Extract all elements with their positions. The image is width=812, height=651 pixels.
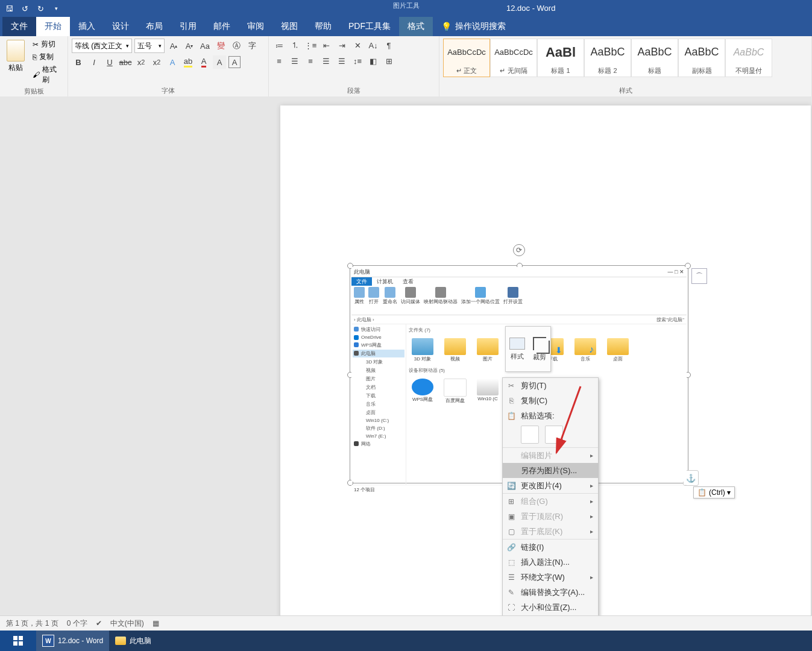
tab-pdf[interactable]: PDF工具集 bbox=[340, 17, 399, 36]
font-size-combo[interactable]: 五号▾ bbox=[134, 39, 165, 53]
highlight-button[interactable]: ab bbox=[181, 55, 195, 69]
char-border-button[interactable]: A bbox=[228, 56, 241, 68]
strikethrough-button[interactable]: abc bbox=[119, 55, 132, 69]
bold-button[interactable]: B bbox=[72, 55, 85, 69]
style-heading2[interactable]: AaBbC标题 2 bbox=[584, 39, 631, 77]
ctx-wrap-text[interactable]: ☰环绕文字(W)▸ bbox=[503, 570, 598, 585]
change-case-button[interactable]: Aa bbox=[198, 39, 212, 52]
paste-option-1[interactable] bbox=[521, 426, 539, 444]
mini-style-button[interactable]: 样式 bbox=[506, 327, 528, 371]
bullets-button[interactable]: ≔ bbox=[272, 39, 286, 52]
multilevel-list-button[interactable]: ⋮≡ bbox=[304, 39, 317, 52]
ctx-size-pos[interactable]: ⛶大小和位置(Z)... bbox=[503, 600, 598, 615]
sort-button[interactable]: A↓ bbox=[367, 39, 380, 52]
paste-option-2[interactable] bbox=[545, 426, 563, 444]
status-language[interactable]: 中文(中国) bbox=[110, 618, 144, 629]
group-paragraph: ≔ ⒈ ⋮≡ ⇤ ⇥ ✕ A↓ ¶ ≡ ☰ ≡ ☰ ☰ ↕≡ ◧ ⊞ 段落 bbox=[269, 36, 439, 96]
enclose-chars-button[interactable]: 字 bbox=[245, 39, 259, 52]
ctx-insert-caption[interactable]: ⬚插入题注(N)... bbox=[503, 555, 598, 570]
borders-button[interactable]: ⊞ bbox=[382, 54, 395, 68]
numbering-button[interactable]: ⒈ bbox=[288, 39, 301, 52]
mini-toolbar[interactable]: 样式 裁剪 bbox=[505, 326, 551, 372]
tab-review[interactable]: 审阅 bbox=[239, 17, 272, 36]
status-words[interactable]: 0 个字 bbox=[67, 618, 87, 629]
underline-button[interactable]: U bbox=[103, 55, 116, 69]
copy-button[interactable]: ⎘复制 bbox=[31, 51, 64, 63]
start-button[interactable] bbox=[0, 631, 36, 651]
tell-me-search[interactable]: 💡 操作说明搜索 bbox=[433, 17, 514, 36]
undo-icon[interactable]: ↺ bbox=[20, 4, 29, 13]
shrink-font-button[interactable]: A▾ bbox=[183, 39, 196, 52]
paste-options-pill[interactable]: 📋 (Ctrl) ▾ bbox=[693, 486, 735, 498]
svg-rect-1 bbox=[13, 636, 17, 640]
paste-button[interactable]: 粘贴 bbox=[4, 39, 28, 86]
style-no-spacing[interactable]: AaBbCcDc↵ 无间隔 bbox=[490, 39, 537, 77]
ctx-link[interactable]: 🔗链接(I) bbox=[503, 539, 598, 555]
align-right-button[interactable]: ≡ bbox=[304, 54, 317, 68]
distribute-button[interactable]: ☰ bbox=[335, 54, 348, 68]
style-subtle[interactable]: AaBbC不明显付 bbox=[725, 39, 772, 77]
ctx-send-back: ▢置于底层(K)▸ bbox=[503, 524, 598, 539]
crop-icon bbox=[533, 337, 546, 350]
style-normal[interactable]: AaBbCcDc↵ 正文 bbox=[443, 39, 490, 77]
tab-file[interactable]: 文件 bbox=[2, 17, 36, 36]
tab-design[interactable]: 设计 bbox=[104, 17, 137, 36]
font-color-button[interactable]: A bbox=[197, 55, 210, 69]
tab-view[interactable]: 视图 bbox=[272, 17, 306, 36]
ctx-edit-alt[interactable]: ✎编辑替换文字(A)... bbox=[503, 585, 598, 600]
tab-help[interactable]: 帮助 bbox=[306, 17, 340, 36]
align-left-button[interactable]: ≡ bbox=[272, 54, 286, 68]
cut-button[interactable]: ✂剪切 bbox=[31, 39, 64, 50]
mini-crop-button[interactable]: 裁剪 bbox=[528, 327, 550, 371]
char-shading-button[interactable]: A bbox=[213, 55, 226, 69]
accessibility-icon[interactable]: ▦ bbox=[153, 619, 159, 627]
group-label: 段落 bbox=[272, 85, 435, 95]
style-subtitle[interactable]: AaBbC副标题 bbox=[678, 39, 725, 77]
tab-references[interactable]: 引用 bbox=[171, 17, 205, 36]
taskbar-explorer[interactable]: 此电脑 bbox=[109, 631, 157, 651]
increase-indent-button[interactable]: ⇥ bbox=[335, 39, 348, 52]
word-icon: W bbox=[42, 635, 54, 647]
asian-layout-button[interactable]: ✕ bbox=[351, 39, 364, 52]
clear-formatting-button[interactable]: Ⓐ bbox=[230, 39, 243, 52]
layout-options-button[interactable]: ⌒ bbox=[691, 268, 707, 284]
shading-button[interactable]: ◧ bbox=[367, 54, 380, 68]
decrease-indent-button[interactable]: ⇤ bbox=[319, 39, 333, 52]
ctx-bring-front: ▣置于顶层(R)▸ bbox=[503, 509, 598, 524]
group-font: 等线 (西文正文▾ 五号▾ A▴ A▾ Aa 變 Ⓐ 字 B I U abc x… bbox=[68, 36, 269, 96]
ctx-save-as-picture[interactable]: 另存为图片(S)... bbox=[503, 463, 598, 478]
line-spacing-button[interactable]: ↕≡ bbox=[351, 54, 364, 68]
tab-format[interactable]: 格式 bbox=[399, 17, 433, 36]
svg-rect-2 bbox=[19, 636, 23, 640]
superscript-button[interactable]: x2 bbox=[150, 55, 163, 69]
ctx-copy[interactable]: ⎘复制(C) bbox=[503, 393, 598, 408]
subscript-button[interactable]: x2 bbox=[134, 55, 148, 69]
document-title: 12.doc - Word bbox=[506, 4, 555, 13]
tab-mailings[interactable]: 邮件 bbox=[205, 17, 239, 36]
rotate-handle-icon[interactable]: ⟳ bbox=[513, 244, 525, 256]
phonetic-guide-button[interactable]: 變 bbox=[214, 39, 227, 52]
tab-layout[interactable]: 布局 bbox=[137, 17, 171, 36]
style-title[interactable]: AaBbC标题 bbox=[631, 39, 678, 77]
qat-dropdown-icon[interactable]: ▾ bbox=[52, 4, 60, 13]
format-painter-button[interactable]: 🖌格式刷 bbox=[31, 64, 64, 86]
document-area[interactable]: ⟳ ⌒ ⚓ 此电脑 — □ ✕ 文件 计算机 查看 属性 打开 重命名 bbox=[0, 96, 812, 616]
styles-gallery[interactable]: AaBbCcDc↵ 正文 AaBbCcDc↵ 无间隔 AaBl标题 1 AaBb… bbox=[443, 39, 808, 77]
taskbar-word[interactable]: W 12.doc - Word bbox=[36, 631, 109, 651]
save-icon[interactable]: 🖫 bbox=[5, 4, 13, 13]
spellcheck-icon[interactable]: ✔ bbox=[96, 619, 102, 627]
show-marks-button[interactable]: ¶ bbox=[382, 39, 395, 52]
align-center-button[interactable]: ☰ bbox=[288, 54, 301, 68]
ctx-change-picture[interactable]: 🔄更改图片(4)▸ bbox=[503, 478, 598, 493]
text-effects-button[interactable]: A bbox=[166, 55, 179, 69]
grow-font-button[interactable]: A▴ bbox=[167, 39, 180, 52]
tab-insert[interactable]: 插入 bbox=[70, 17, 104, 36]
tab-home[interactable]: 开始 bbox=[36, 17, 70, 36]
redo-icon[interactable]: ↻ bbox=[36, 4, 45, 13]
justify-button[interactable]: ☰ bbox=[319, 54, 333, 68]
italic-button[interactable]: I bbox=[87, 55, 101, 69]
font-name-combo[interactable]: 等线 (西文正文▾ bbox=[72, 39, 132, 53]
style-heading1[interactable]: AaBl标题 1 bbox=[537, 39, 584, 77]
status-page[interactable]: 第 1 页，共 1 页 bbox=[6, 618, 58, 629]
ctx-cut[interactable]: ✂剪切(T) bbox=[503, 378, 598, 393]
